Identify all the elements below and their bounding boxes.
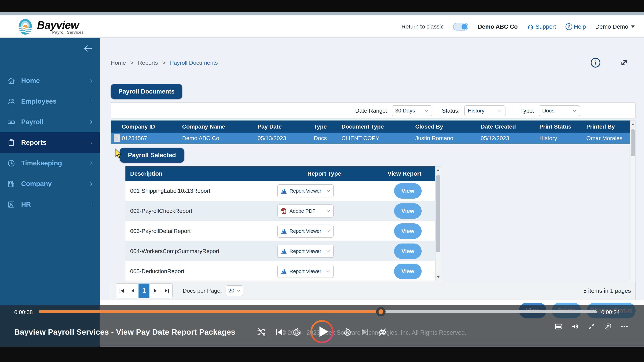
scrollbar-thumb[interactable] (436, 175, 440, 252)
sidebar-item-label: Payroll (21, 118, 89, 126)
view-report-button[interactable]: View (394, 264, 422, 279)
chevron-down-icon (237, 289, 240, 292)
chevron-right-icon (89, 202, 94, 207)
cell-printed-by: Omar Morales (586, 133, 630, 144)
report-table-scrollbar[interactable] (435, 166, 441, 281)
previous-icon[interactable] (274, 327, 284, 337)
help-icon: ? (566, 23, 572, 30)
scroll-up-icon[interactable] (436, 167, 441, 174)
report-type-select[interactable]: Report Viewer (278, 265, 334, 278)
sidebar-item-timekeeping[interactable]: Timekeeping (0, 153, 100, 173)
more-options-icon[interactable] (620, 322, 629, 331)
picture-in-picture-icon[interactable] (604, 322, 612, 331)
next-page-button[interactable] (150, 284, 161, 298)
closed-captions-icon[interactable] (554, 322, 563, 331)
cell-company-name: Demo ABC Co (182, 133, 258, 144)
scroll-down-icon[interactable] (436, 273, 441, 281)
view-report-button[interactable]: View (394, 223, 422, 239)
col-document-type: Document Type (342, 120, 415, 133)
seek-bar[interactable] (38, 310, 597, 313)
video-player: Bayview Payroll Services Return to class… (0, 0, 644, 362)
report-type-select[interactable]: Report Viewer (278, 225, 334, 238)
report-row: 002-PayrollCheckReport Adobe PDF View (126, 201, 435, 221)
scroll-up-icon[interactable] (630, 121, 636, 128)
sidebar-item-label: Employees (21, 97, 89, 105)
report-viewer-icon (280, 188, 287, 194)
shuffle-off-icon[interactable] (256, 327, 266, 337)
help-label: Help (574, 23, 586, 30)
info-icon[interactable]: i (591, 58, 600, 67)
company-icon (7, 180, 16, 188)
view-report-button[interactable]: View (394, 183, 422, 199)
logo-brand: Bayview (37, 19, 84, 31)
player-controls-overlay: 0:00:38 0:00:24 Bayview Payroll Services… (0, 305, 644, 347)
filters: Date Range: 30 Days Status: History Type… (355, 103, 580, 119)
sidebar-item-hr[interactable]: HR (0, 194, 100, 215)
sidebar-item-employees[interactable]: Employees (0, 91, 100, 112)
chevron-down-icon (326, 189, 330, 192)
progress-knob[interactable] (376, 307, 386, 317)
next-icon[interactable] (360, 327, 370, 337)
toggle-knob (462, 24, 467, 29)
scrollbar-thumb[interactable] (631, 129, 635, 156)
page-number[interactable]: 1 (138, 284, 150, 298)
first-page-button[interactable] (116, 284, 127, 298)
col-print-status: Print Status (539, 120, 586, 133)
chevron-down-icon (326, 250, 330, 253)
view-report-button[interactable]: View (394, 244, 422, 259)
header-spacer (111, 120, 122, 133)
chevron-down-icon (326, 210, 330, 213)
report-description: 005-DeductionReport (126, 261, 275, 281)
return-to-classic-toggle[interactable] (453, 23, 468, 30)
view-report-button[interactable]: View (394, 203, 422, 219)
payroll-documents-tab[interactable]: Payroll Documents (111, 84, 182, 99)
type-value: Docs (542, 108, 570, 114)
date-range-select[interactable]: 30 Days (392, 105, 432, 116)
sidebar-item-label: Company (21, 180, 89, 188)
rewind-10-icon[interactable]: 10 (292, 327, 302, 337)
chevron-down-icon (326, 270, 330, 273)
exit-fullscreen-icon[interactable] (587, 322, 596, 331)
volume-icon[interactable] (571, 322, 580, 331)
collapse-sidebar-button[interactable] (83, 44, 93, 52)
adobe-pdf-icon (280, 208, 287, 214)
breadcrumb-home[interactable]: Home (111, 59, 126, 66)
breadcrumb-current: Payroll Documents (170, 59, 218, 66)
report-row: 001-ShippingLabel10x13Report Report View… (126, 181, 435, 201)
table-row[interactable]: 01234567 Demo ABC Co 05/13/2023 Docs CLI… (111, 133, 630, 144)
chevron-down-icon (326, 230, 330, 233)
home-icon (7, 77, 16, 85)
support-link[interactable]: Support (527, 23, 556, 30)
expand-icon[interactable] (619, 57, 629, 68)
chevron-down-icon (424, 109, 429, 112)
docs-per-page-select[interactable]: 20 (226, 285, 243, 296)
col-description: Description (126, 166, 275, 181)
documents-table-header: Company ID Company Name Pay Date Type Do… (111, 120, 630, 133)
content-scrollbar[interactable] (630, 120, 636, 304)
user-menu[interactable]: Demo Demo (595, 23, 634, 30)
sidebar-item-home[interactable]: Home (0, 70, 100, 91)
help-link[interactable]: ? Help (566, 23, 586, 30)
sidebar-item-company[interactable]: Company (0, 173, 100, 194)
status-label: Status: (442, 107, 460, 114)
breadcrumb-separator: > (162, 59, 166, 66)
report-type-select[interactable]: Adobe PDF (278, 204, 334, 218)
previous-page-button[interactable] (127, 284, 138, 298)
report-type-select[interactable]: Report Viewer (278, 184, 334, 197)
last-page-button[interactable] (161, 284, 172, 298)
forward-30-icon[interactable]: 30 (342, 327, 352, 337)
status-select[interactable]: History (464, 105, 506, 116)
report-type-select[interactable]: Report Viewer (278, 245, 334, 258)
play-button[interactable] (310, 319, 334, 344)
payroll-selected-button[interactable]: Payroll Selected (120, 148, 184, 163)
type-select[interactable]: Docs (539, 105, 580, 116)
collapse-row-button[interactable] (114, 134, 120, 142)
sidebar: Home Employees Payroll Reports (0, 38, 100, 347)
breadcrumb-reports[interactable]: Reports (138, 59, 158, 66)
col-date-created: Date Created (481, 120, 539, 133)
repeat-off-icon[interactable] (378, 327, 388, 337)
main-content: Home > Reports > Payroll Documents i Pay… (100, 38, 644, 347)
sidebar-item-payroll[interactable]: Payroll (0, 112, 100, 132)
content-header-icons: i (591, 57, 629, 68)
sidebar-item-reports[interactable]: Reports (0, 132, 100, 153)
